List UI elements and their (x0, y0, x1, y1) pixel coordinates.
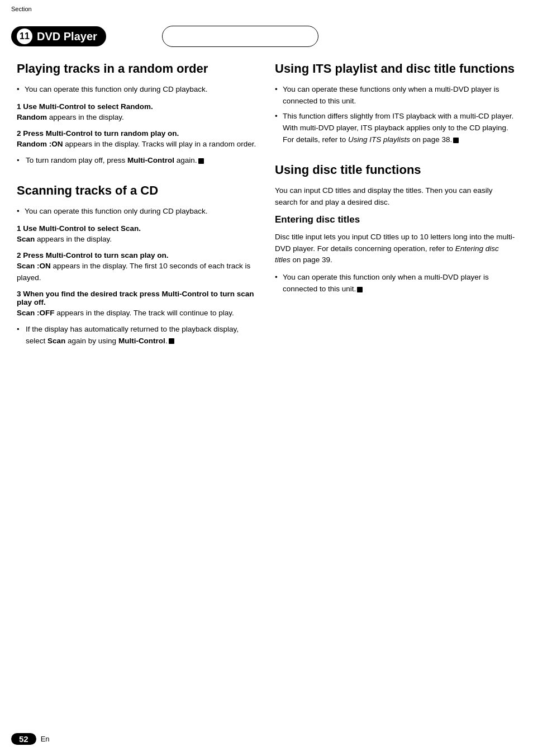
step-body: Scan :ON appears in the display. The fir… (17, 261, 258, 284)
list-item: This function differs slightly from ITS … (275, 111, 516, 146)
header-right-box (162, 26, 318, 47)
section-number: 11 (17, 29, 32, 44)
step-label: 2 Press Multi-Control to turn scan play … (17, 251, 258, 259)
section-title-text: DVD Player (37, 30, 97, 43)
step-label: 1 Use Multi-Control to select Scan. (17, 224, 258, 233)
step-label: 2 Press Multi-Control to turn random pla… (17, 129, 258, 138)
page-number: 52 (11, 733, 36, 745)
note-item: To turn random play off, press Multi-Con… (17, 155, 258, 167)
right-column: Using ITS playlist and disc title functi… (275, 62, 516, 351)
scanning-heading: Scanning tracks of a CD (17, 183, 258, 198)
stop-icon (453, 138, 459, 143)
note-item: If the display has automatically returne… (17, 324, 258, 347)
section-label: Section (11, 6, 32, 12)
section-its-playlist: Using ITS playlist and disc title functi… (275, 62, 516, 146)
its-bullets: You can operate these functions only whe… (275, 84, 516, 146)
section-badge: 11 DVD Player (11, 26, 106, 46)
scanning-bullets: You can operate this function only durin… (17, 206, 258, 218)
disc-title-heading: Using disc title functions (275, 163, 516, 177)
list-item: You can operate this function only when … (275, 272, 516, 295)
list-item: You can operate this function only durin… (17, 206, 258, 218)
step-body: Scan :OFF appears in the display. The tr… (17, 308, 258, 319)
section-random-order: Playing tracks in a random order You can… (17, 62, 258, 167)
entering-titles-heading: Entering disc titles (275, 214, 516, 225)
section-disc-title: Using disc title functions You can input… (275, 163, 516, 295)
disc-title-intro: You can input CD titles and display the … (275, 185, 516, 209)
stop-icon (169, 338, 174, 344)
stop-icon (198, 158, 204, 164)
list-item: You can operate this function only durin… (17, 84, 258, 96)
stop-icon (357, 287, 363, 292)
left-column: Playing tracks in a random order You can… (17, 62, 258, 351)
footer: 52 En (11, 733, 50, 745)
step-body: Random appears in the display. (17, 112, 258, 124)
section-scanning: Scanning tracks of a CD You can operate … (17, 183, 258, 347)
entering-titles-body: Disc title input lets you input CD title… (275, 231, 516, 267)
step-body: Random :ON appears in the display. Track… (17, 139, 258, 150)
random-order-heading: Playing tracks in a random order (17, 62, 258, 76)
language-label: En (41, 735, 50, 743)
entering-titles-bullets: You can operate this function only when … (275, 272, 516, 295)
list-item: You can operate these functions only whe… (275, 84, 516, 107)
step-body: Scan appears in the display. (17, 234, 258, 245)
subsection-entering-titles: Entering disc titles Disc title input le… (275, 214, 516, 295)
step-label: 3 When you find the desired track press … (17, 290, 258, 306)
step-label: 1 Use Multi-Control to select Random. (17, 102, 258, 111)
random-order-bullets: You can operate this function only durin… (17, 84, 258, 96)
its-playlist-heading: Using ITS playlist and disc title functi… (275, 62, 516, 76)
